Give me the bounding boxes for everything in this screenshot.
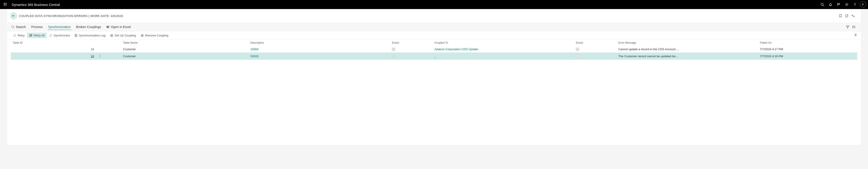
user-avatar[interactable]: F [860,1,866,8]
cell-table-name: Customer [121,46,248,53]
cell-error-message: Cannot update a record in the CDS Accoun… [617,46,758,53]
svg-point-34 [99,56,100,56]
col-description[interactable]: Description [249,40,390,46]
remove-coupling-icon [141,34,144,37]
svg-line-1 [823,5,824,6]
retry-icon [13,34,16,37]
svg-point-4 [855,5,855,6]
pin-button[interactable] [854,33,857,37]
svg-point-3 [846,4,847,5]
top-bar: Dynamics 365 Business Central F [0,0,868,9]
data-grid: Table ID Table Name Description Exists C… [7,40,861,60]
cell-coupled-to[interactable]: Adatum Corporation CDS Update [434,48,478,51]
cmd-search-label: Search [16,25,26,29]
col-failed-on[interactable]: Failed On [758,40,857,46]
cmd-broken-couplings[interactable]: Broken Couplings [76,24,102,30]
col-coupled-to[interactable]: Coupled To [433,40,574,46]
sync-icon [49,34,52,37]
back-button[interactable] [10,12,17,20]
search-icon [11,25,14,29]
cell-exists-checkbox [392,55,395,58]
page-area: COUPLED DATA SYNCHRONIZATION ERRORS | WO… [7,9,861,145]
svg-rect-13 [108,26,110,28]
col-error-message[interactable]: Error Message [617,40,758,46]
cmd-synchronization[interactable]: Synchronization [48,24,71,30]
list-icon [852,25,856,29]
table-row[interactable]: 18Customer50000_The Customer record cann… [11,53,857,60]
list-view-button[interactable] [851,24,857,30]
cell-table-id[interactable]: 18 [91,55,94,58]
cell-table-name: Customer [121,53,248,60]
svg-point-9 [12,26,14,28]
bookmark-icon [839,14,842,18]
cell-exists-checkbox [576,48,579,51]
svg-point-18 [852,27,853,27]
filter-button[interactable] [844,24,851,30]
flag-button[interactable] [835,0,843,8]
svg-point-19 [852,28,853,28]
cmd-open-in-excel[interactable]: X Open in Excel [106,24,131,30]
waffle-icon [4,3,7,6]
svg-point-0 [821,3,823,5]
cell-error-message: The Customer record cannot be updated be… [617,53,758,60]
coupling-icon [110,34,113,37]
search-icon [820,3,824,6]
svg-point-35 [99,57,100,57]
cmd-process[interactable]: Process [31,24,43,30]
app-launcher-button[interactable] [2,1,9,8]
app-title: Dynamics 365 Business Central [12,3,60,6]
notifications-button[interactable] [827,0,835,8]
flag-icon [837,3,840,6]
cell-description[interactable]: 50000 [250,55,258,58]
cell-table-id[interactable]: 18 [91,48,94,51]
log-icon [74,34,78,37]
settings-button[interactable] [843,0,851,8]
action-retry-all[interactable]: Retry All [27,33,47,38]
action-set-up-coupling[interactable]: Set Up Coupling [108,33,138,38]
command-bar: Search Process Synchronization Broken Co… [7,23,861,31]
question-icon [853,3,857,6]
cell-exists-checkbox [576,54,579,57]
cell-description[interactable]: 10000 [250,48,258,51]
gear-icon [845,3,848,6]
cell-coupled-to[interactable]: _ [434,55,436,58]
cmd-search[interactable]: Search [11,24,26,30]
breadcrumb: COUPLED DATA SYNCHRONIZATION ERRORS | WO… [19,14,123,18]
action-synchronize[interactable]: Synchronize [47,33,72,38]
table-row[interactable]: 18Customer10000Adatum Corporation CDS Up… [11,46,857,53]
action-retry[interactable]: Retry [11,33,27,38]
svg-point-33 [99,55,100,55]
page-header: COUPLED DATA SYNCHRONIZATION ERRORS | WO… [7,9,861,23]
bookmark-button[interactable] [837,13,844,19]
pin-icon [854,33,857,37]
cell-exists-checkbox [392,48,395,51]
avatar-initial: F [862,3,864,6]
cell-failed-on: 7/7/2020 4:17 PM [758,46,857,53]
collapse-button[interactable] [850,13,856,19]
row-actions-button[interactable] [98,54,102,58]
cell-failed-on: 7/7/2020 4:18 PM [758,53,857,60]
svg-line-10 [13,28,14,29]
svg-point-17 [852,26,853,26]
arrow-left-icon [12,14,15,18]
col-exists-1[interactable]: Exists [390,40,433,46]
open-new-icon [845,14,848,18]
bell-icon [829,3,832,6]
col-table-id[interactable]: Table ID [11,40,96,46]
action-bar: Retry Retry All Synchronize Synchronizat… [7,31,861,40]
table-header-row: Table ID Table Name Description Exists C… [11,40,857,46]
search-button[interactable] [818,0,827,8]
col-table-name[interactable]: Table Name [121,40,248,46]
collapse-icon [851,14,855,18]
action-sync-log[interactable]: Synchronization Log [72,33,108,38]
filter-icon [846,25,849,29]
retry-all-icon [29,34,32,37]
col-exists-2[interactable]: Exists [574,40,617,46]
excel-icon: X [106,25,110,29]
action-remove-coupling[interactable]: Remove Coupling [138,33,170,38]
help-button[interactable] [851,0,859,8]
open-new-button[interactable] [844,13,850,19]
more-vertical-icon [99,55,100,58]
svg-line-6 [846,15,848,16]
